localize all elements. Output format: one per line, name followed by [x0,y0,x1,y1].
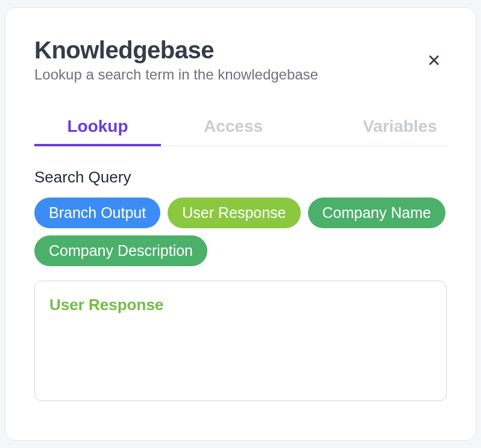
chip-company-description[interactable]: Company Description [34,235,207,266]
tab-access[interactable]: Access [161,107,288,146]
panel-subtitle: Lookup a search term in the knowledgebas… [34,66,421,83]
chip-user-response[interactable]: User Response [168,198,300,228]
chip-company-name[interactable]: Company Name [308,198,446,228]
close-icon [426,52,442,68]
search-query-label: Search Query [34,168,447,187]
panel-header: Knowledgebase Lookup a search term in th… [34,37,447,83]
tab-variables[interactable]: Variables [288,107,447,146]
tab-lookup[interactable]: Lookup [34,107,161,146]
search-query-input[interactable]: User Response [34,281,447,401]
tabs: Lookup Access Variables [34,107,447,146]
close-button[interactable] [421,48,447,73]
query-token-user-response: User Response [49,296,163,314]
knowledgebase-panel: Knowledgebase Lookup a search term in th… [5,7,476,441]
panel-title: Knowledgebase [34,37,421,64]
title-block: Knowledgebase Lookup a search term in th… [34,37,421,83]
chip-branch-output[interactable]: Branch Output [34,198,160,228]
variable-chips: Branch Output User Response Company Name… [34,198,447,266]
